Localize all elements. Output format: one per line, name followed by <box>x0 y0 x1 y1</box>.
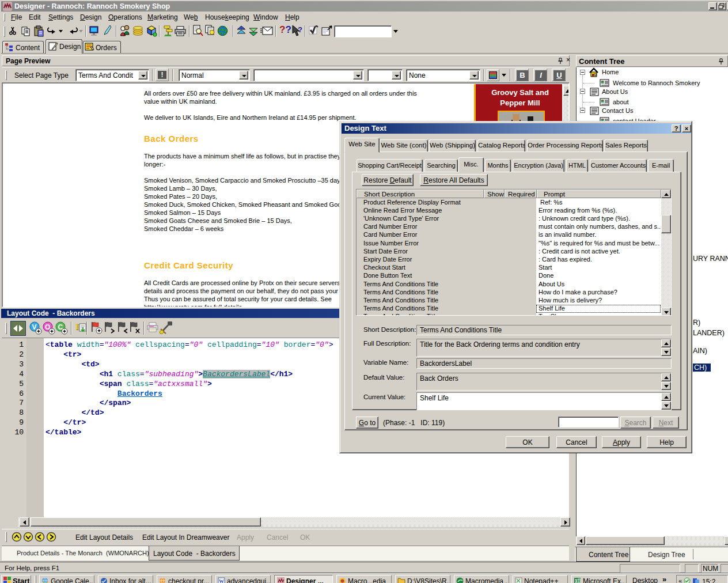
svg-text:I: I <box>75 323 78 331</box>
svg-text:W: W <box>219 578 224 583</box>
svg-text:?: ? <box>298 25 302 34</box>
